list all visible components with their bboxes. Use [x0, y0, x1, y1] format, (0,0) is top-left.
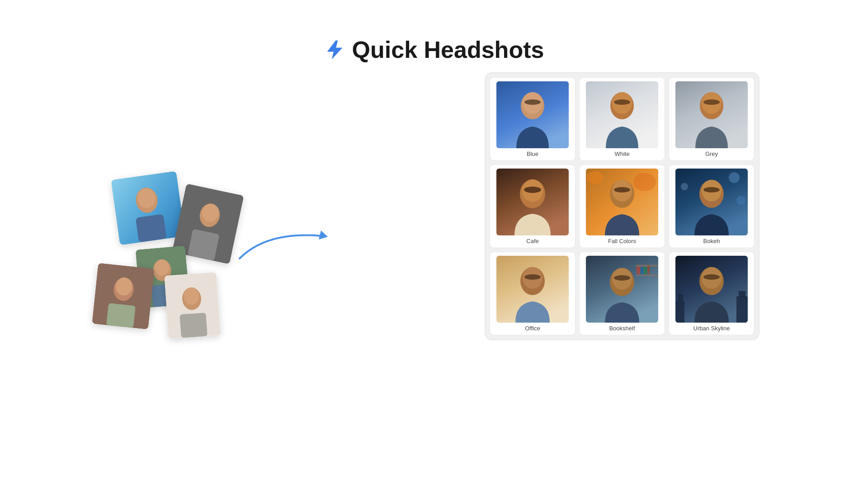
headshot-label-white: White	[614, 150, 629, 157]
headshot-label-bokeh: Bokeh	[703, 238, 720, 244]
lightning-icon	[324, 39, 346, 61]
svg-point-39	[587, 171, 603, 184]
svg-point-53	[524, 274, 541, 280]
headshot-label-blue: Blue	[527, 150, 538, 157]
svg-point-36	[524, 187, 541, 193]
headshot-label-office: Office	[525, 325, 540, 332]
headshots-grid-section: Blue White	[485, 72, 760, 340]
svg-rect-18	[179, 313, 207, 338]
headshot-card-white[interactable]: White	[579, 77, 665, 161]
headshot-label-grey: Grey	[705, 150, 718, 157]
headshot-image-grey	[675, 81, 748, 148]
svg-rect-59	[647, 266, 650, 274]
headshot-image-bokeh	[675, 169, 748, 235]
svg-rect-68	[739, 291, 745, 297]
svg-point-32	[703, 99, 720, 105]
arrow-container	[231, 222, 339, 277]
svg-rect-58	[644, 267, 647, 274]
svg-rect-57	[641, 267, 643, 274]
headshot-image-fall-colors	[586, 169, 658, 235]
svg-point-46	[736, 196, 745, 205]
headshot-label-cafe: Cafe	[526, 238, 538, 244]
scatter-photo-1	[111, 171, 185, 245]
svg-rect-2	[136, 214, 167, 242]
headshot-label-urban-skyline: Urban Skyline	[693, 325, 730, 332]
svg-point-24	[524, 99, 541, 105]
svg-point-63	[614, 275, 630, 281]
page-title: Quick Headshots	[352, 36, 544, 63]
main-container: Quick Headshots	[0, 0, 868, 488]
headshot-card-office[interactable]: Office	[490, 252, 576, 335]
svg-rect-60	[636, 275, 658, 276]
svg-point-44	[729, 172, 740, 183]
header: Quick Headshots	[324, 36, 544, 63]
svg-marker-20	[319, 230, 328, 239]
svg-rect-66	[678, 294, 683, 301]
headshot-image-cafe	[496, 169, 569, 235]
svg-point-38	[633, 173, 656, 191]
svg-point-71	[703, 274, 720, 280]
svg-point-45	[681, 183, 688, 190]
headshot-card-fall-colors[interactable]: Fall Colors	[579, 164, 665, 248]
headshot-image-office	[496, 256, 569, 323]
headshot-card-cafe[interactable]: Cafe	[490, 164, 576, 248]
headshot-label-bookshelf: Bookshelf	[609, 325, 635, 332]
headshot-label-fall-colors: Fall Colors	[608, 238, 636, 244]
headshot-card-urban-skyline[interactable]: Urban Skyline	[669, 252, 755, 335]
headshot-card-blue[interactable]: Blue	[490, 77, 576, 161]
headshot-image-bookshelf	[586, 256, 658, 323]
svg-rect-56	[637, 267, 640, 274]
svg-rect-6	[188, 229, 220, 261]
headshot-image-blue	[496, 81, 569, 148]
headshot-image-white	[586, 81, 658, 148]
svg-point-42	[614, 187, 630, 192]
headshot-image-urban-skyline	[675, 256, 748, 323]
svg-rect-14	[106, 303, 136, 328]
scatter-photo-4	[92, 263, 154, 329]
svg-rect-67	[736, 296, 748, 323]
headshot-card-grey[interactable]: Grey	[669, 77, 755, 161]
svg-point-28	[614, 99, 630, 105]
headshot-card-bokeh[interactable]: Bokeh	[669, 164, 755, 248]
svg-rect-65	[675, 301, 684, 323]
scatter-photo-5	[164, 272, 220, 339]
svg-point-49	[703, 187, 720, 192]
headshot-card-bookshelf[interactable]: Bookshelf	[579, 252, 665, 335]
arrow-svg	[231, 222, 339, 267]
headshots-grid: Blue White	[485, 72, 760, 340]
svg-rect-55	[636, 265, 658, 267]
